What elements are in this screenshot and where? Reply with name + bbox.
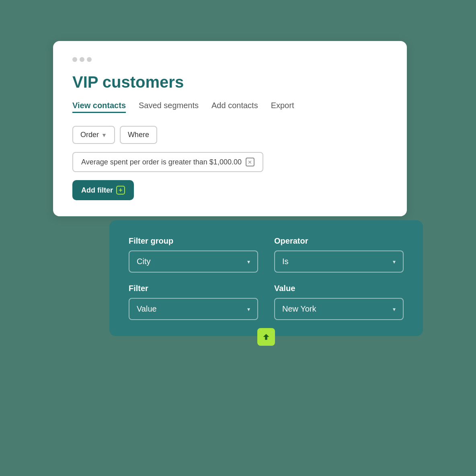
chevron-down-icon: ▾ [247, 259, 250, 265]
filter-group-label: Filter group [129, 236, 258, 246]
add-filter-label: Add filter [81, 186, 113, 195]
tab-saved-segments[interactable]: Saved segments [139, 101, 199, 113]
tab-add-contacts[interactable]: Add contacts [211, 101, 258, 113]
main-container: VIP customers View contacts Saved segmen… [53, 41, 423, 435]
close-filter-icon[interactable]: ✕ [246, 158, 254, 166]
operator-select[interactable]: Is ▾ [274, 250, 404, 273]
window-dot-2 [80, 57, 84, 62]
bottom-panel: Filter group City ▾ Operator Is ▾ Filter… [109, 220, 423, 336]
where-button[interactable]: Where [120, 126, 157, 144]
window-dot-3 [87, 57, 92, 62]
nav-tabs: View contacts Saved segments Add contact… [72, 101, 388, 113]
order-label: Order [80, 131, 99, 139]
panel-grid: Filter group City ▾ Operator Is ▾ Filter… [129, 236, 404, 320]
operator-value: Is [282, 257, 289, 266]
top-card: VIP customers View contacts Saved segmen… [53, 41, 407, 216]
filter-tag-text: Average spent per order is greater than … [81, 158, 242, 166]
filter-row: Order ▼ Where [72, 126, 388, 144]
value-select[interactable]: New York ▾ [274, 298, 404, 320]
filter-select[interactable]: Value ▾ [129, 298, 258, 320]
window-dot-1 [72, 57, 77, 62]
filter-section: Filter Value ▾ [129, 284, 258, 320]
chevron-down-icon-4: ▾ [393, 306, 396, 312]
filter-label: Filter [129, 284, 258, 293]
up-arrow-button[interactable] [257, 328, 275, 346]
filter-group-select[interactable]: City ▾ [129, 250, 258, 273]
value-section: Value New York ▾ [274, 284, 404, 320]
where-label: Where [128, 131, 149, 139]
operator-label: Operator [274, 236, 404, 246]
tab-view-contacts[interactable]: View contacts [72, 101, 126, 113]
window-dots [72, 57, 388, 62]
page-title: VIP customers [72, 73, 388, 91]
add-filter-button[interactable]: Add filter + [72, 180, 134, 200]
operator-section: Operator Is ▾ [274, 236, 404, 273]
value-value: New York [282, 304, 316, 314]
value-label: Value [274, 284, 404, 293]
chevron-down-icon-3: ▾ [247, 306, 250, 312]
chevron-down-icon-2: ▾ [393, 259, 396, 265]
order-button[interactable]: Order ▼ [72, 126, 115, 144]
filter-group-section: Filter group City ▾ [129, 236, 258, 273]
funnel-icon: ▼ [101, 132, 107, 138]
plus-box-icon: + [116, 186, 125, 195]
filter-group-value: City [137, 257, 150, 266]
filter-tag: Average spent per order is greater than … [72, 152, 263, 172]
arrow-up-icon [262, 332, 271, 341]
tab-export[interactable]: Export [271, 101, 294, 113]
filter-value: Value [137, 304, 157, 314]
